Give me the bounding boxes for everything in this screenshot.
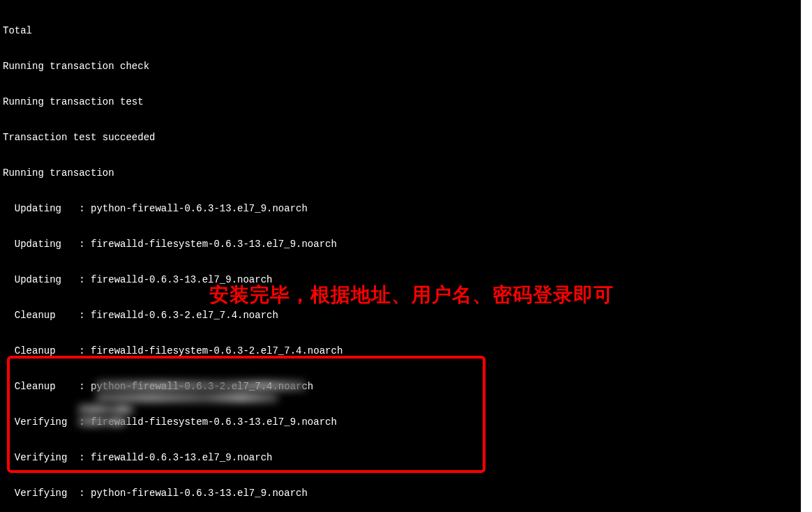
annotation-text: 安装完毕，根据地址、用户名、密码登录即可 bbox=[209, 289, 614, 301]
output-step: Updating : python-firewall-0.6.3-13.el7_… bbox=[3, 203, 798, 215]
output-step: Verifying : firewalld-0.6.3-13.el7_9.noa… bbox=[3, 452, 798, 464]
output-line: Transaction test succeeded bbox=[3, 132, 798, 144]
output-step: Cleanup : firewalld-filesystem-0.6.3-2.e… bbox=[3, 345, 798, 357]
redacted-block bbox=[78, 405, 134, 414]
output-line: Running transaction bbox=[3, 167, 798, 179]
redacted-block bbox=[96, 381, 306, 391]
screenshot-container: Total Running transaction check Running … bbox=[0, 0, 812, 512]
redacted-block bbox=[96, 393, 278, 402]
output-line: Running transaction test bbox=[3, 96, 798, 108]
output-step: Verifying : python-firewall-0.6.3-13.el7… bbox=[3, 488, 798, 499]
redacted-block bbox=[78, 416, 127, 426]
output-line: Running transaction check bbox=[3, 61, 798, 73]
output-step: Cleanup : firewalld-0.6.3-2.el7_7.4.noar… bbox=[3, 310, 798, 322]
output-step: Updating : firewalld-0.6.3-13.el7_9.noar… bbox=[3, 274, 798, 286]
output-step: Updating : firewalld-filesystem-0.6.3-13… bbox=[3, 239, 798, 250]
output-line: Total bbox=[3, 25, 798, 37]
terminal-window[interactable]: Total Running transaction check Running … bbox=[0, 0, 801, 512]
